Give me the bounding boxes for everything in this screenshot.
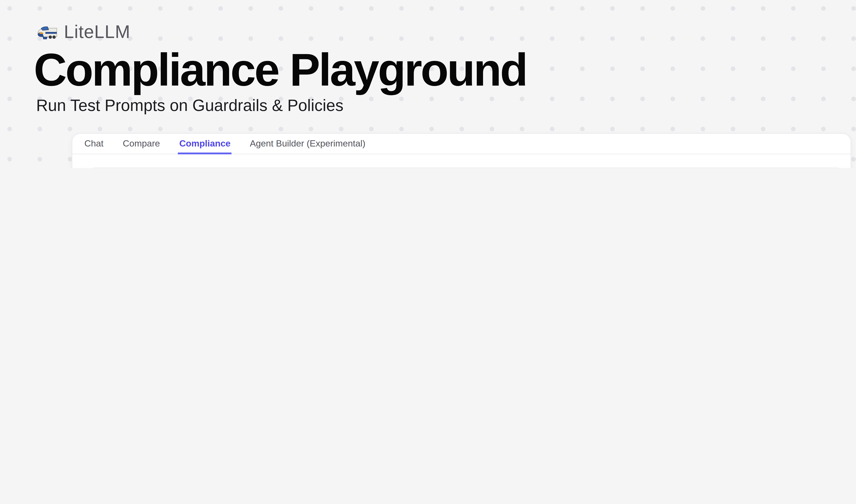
tab-compliance[interactable]: Compliance [178, 134, 232, 154]
train-logo-icon [36, 23, 58, 40]
brand-row: LiteLLM [36, 22, 527, 42]
tab-compare[interactable]: Compare [122, 134, 161, 154]
top-tab-bar: Chat Compare Compliance Agent Builder (E… [72, 134, 851, 154]
brand-name: LiteLLM [64, 22, 130, 42]
page-subtitle: Run Test Prompts on Guardrails & Policie… [36, 96, 527, 115]
tab-agent-builder[interactable]: Agent Builder (Experimental) [249, 134, 367, 154]
page-title: Compliance Playground [34, 46, 527, 94]
main-card: Chat Compare Compliance Agent Builder (E… [72, 133, 851, 168]
test-configuration-card: Test Configuration Select policies, guar… [87, 167, 844, 168]
tab-chat[interactable]: Chat [83, 134, 105, 154]
hero-header: LiteLLM Compliance Playground Run Test P… [36, 22, 527, 115]
page-background: LiteLLM Compliance Playground Run Test P… [0, 0, 856, 168]
